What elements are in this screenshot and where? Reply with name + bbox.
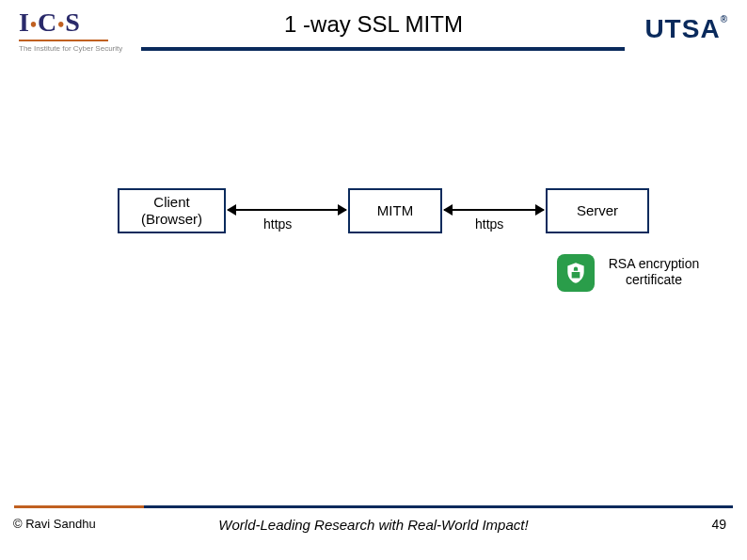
arrow2-label: https <box>475 216 503 232</box>
arrow-mitm-server <box>444 209 544 211</box>
arrow-head-left-icon <box>227 204 236 216</box>
cert-label-1: RSA encryption <box>609 256 700 271</box>
arrow-head-right-icon <box>535 204 545 216</box>
utsa-logo: UTSA® <box>644 14 728 44</box>
ics-logo-underline <box>19 40 108 41</box>
ics-logo-subtext: The Institute for Cyber Security <box>19 44 141 53</box>
cert-label-2: certificate <box>626 272 682 287</box>
client-box: Client (Browser) <box>118 188 226 233</box>
title-underline <box>141 47 625 51</box>
slide-header: I•C•S The Institute for Cyber Security 1… <box>0 0 747 75</box>
arrow-client-mitm <box>228 209 346 211</box>
server-label: Server <box>577 202 618 219</box>
client-label-1: Client <box>153 194 189 211</box>
client-label-2: (Browser) <box>141 211 202 228</box>
mitm-box: MITM <box>348 188 442 233</box>
certificate-icon <box>557 254 595 292</box>
mitm-label: MITM <box>377 202 413 219</box>
arrow1-label: https <box>263 216 292 232</box>
server-box: Server <box>546 188 649 233</box>
footer-tagline: World-Leading Research with Real-World I… <box>0 517 747 533</box>
footer-page-number: 49 <box>711 517 726 532</box>
footer-divider <box>14 505 733 508</box>
slide-title: 1 -way SSL MITM <box>0 11 747 38</box>
slide-footer: © Ravi Sandhu World-Leading Research wit… <box>0 511 747 549</box>
arrow-head-right-icon <box>338 204 347 216</box>
certificate-label: RSA encryption certificate <box>602 256 706 288</box>
arrow-head-left-icon <box>443 204 453 216</box>
trademark-icon: ® <box>721 14 728 24</box>
utsa-logo-text: UTSA <box>644 14 720 43</box>
